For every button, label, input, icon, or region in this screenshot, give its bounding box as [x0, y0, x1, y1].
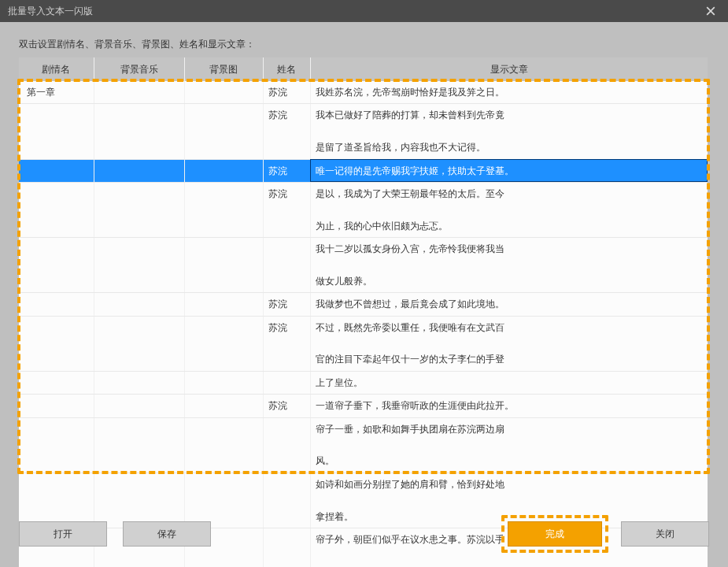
cell-bgimg[interactable] — [184, 81, 263, 104]
cell-music[interactable] — [94, 293, 184, 316]
close-button[interactable]: 关闭 — [621, 521, 709, 547]
cell-music[interactable] — [94, 238, 184, 293]
cell-role[interactable] — [263, 371, 310, 394]
dialog-body: 双击设置剧情名、背景音乐、背景图、姓名和显示文章： 剧情名 背景音乐 背景图 姓… — [0, 22, 728, 567]
table-row[interactable]: 苏浣是以，我成为了大荣王朝最年轻的太后。至今 为止，我的心中依旧颇为忐忑。 — [19, 182, 708, 237]
cell-article[interactable]: 帘子一垂，如歌和如舞手执团扇在苏浣两边扇 风。 — [310, 417, 708, 472]
table-row[interactable]: 苏浣一道帘子垂下，我垂帘听政的生涯便由此拉开。 — [19, 395, 708, 417]
cell-article[interactable]: 是以，我成为了大荣王朝最年轻的太后。至今 为止，我的心中依旧颇为忐忑。 — [310, 182, 708, 237]
cell-music[interactable] — [94, 417, 184, 472]
table-row[interactable]: 上了皇位。 — [19, 371, 708, 394]
cell-scene[interactable]: 第一章 — [19, 81, 94, 104]
cell-role[interactable]: 苏浣 — [263, 159, 310, 182]
cell-scene[interactable] — [19, 293, 94, 316]
cell-music[interactable] — [94, 316, 184, 371]
cell-bgimg[interactable] — [184, 238, 263, 293]
cell-music[interactable] — [94, 182, 184, 237]
cell-scene[interactable] — [19, 417, 94, 472]
cell-role[interactable]: 苏浣 — [263, 293, 310, 316]
table-row[interactable]: 苏浣我做梦也不曾想过，最后竟会成了如此境地。 — [19, 293, 708, 316]
table-row[interactable]: 苏浣唯一记得的是先帝赐我字扶姬，扶助太子登基。 — [19, 159, 708, 182]
cell-role[interactable]: 苏浣 — [263, 395, 310, 417]
cell-bgimg[interactable] — [184, 104, 263, 159]
col-header-article[interactable]: 显示文章 — [310, 57, 708, 81]
cell-scene[interactable] — [19, 104, 94, 159]
cell-scene[interactable] — [19, 371, 94, 394]
col-header-role[interactable]: 姓名 — [263, 57, 310, 81]
col-header-music[interactable]: 背景音乐 — [94, 57, 184, 81]
instruction-text: 双击设置剧情名、背景音乐、背景图、姓名和显示文章： — [19, 38, 709, 51]
open-button[interactable]: 打开 — [19, 521, 107, 547]
footer: 打开 保存 完成 关闭 — [0, 512, 728, 567]
cell-article[interactable]: 我姓苏名浣，先帝驾崩时恰好是我及笄之日。 — [310, 81, 708, 104]
import-table[interactable]: 剧情名 背景音乐 背景图 姓名 显示文章 第一章苏浣我姓苏名浣，先帝驾崩时恰好是… — [19, 57, 708, 567]
cell-scene[interactable] — [19, 395, 94, 417]
table-row[interactable]: 我十二岁以孤女身份入宫，先帝怜我便将我当 做女儿般养。 — [19, 238, 708, 293]
window-title: 批量导入文本一闪版 — [8, 5, 93, 18]
cell-role[interactable]: 苏浣 — [263, 104, 310, 159]
cell-article[interactable]: 唯一记得的是先帝赐我字扶姬，扶助太子登基。 — [310, 159, 708, 182]
cell-article[interactable]: 不过，既然先帝委以重任，我便唯有在文武百 官的注目下牵起年仅十一岁的太子李仁的手… — [310, 316, 708, 371]
cell-music[interactable] — [94, 104, 184, 159]
cell-article[interactable]: 上了皇位。 — [310, 371, 708, 394]
table-row[interactable]: 帘子一垂，如歌和如舞手执团扇在苏浣两边扇 风。 — [19, 417, 708, 472]
cell-scene[interactable] — [19, 182, 94, 237]
cell-role[interactable] — [263, 417, 310, 472]
cell-music[interactable] — [94, 371, 184, 394]
cell-bgimg[interactable] — [184, 316, 263, 371]
cell-article[interactable]: 我本已做好了陪葬的打算，却未曾料到先帝竟 是留了道圣旨给我，内容我也不大记得。 — [310, 104, 708, 159]
titlebar: 批量导入文本一闪版 — [0, 0, 728, 22]
col-header-bgimg[interactable]: 背景图 — [184, 57, 263, 81]
cell-bgimg[interactable] — [184, 159, 263, 182]
cell-bgimg[interactable] — [184, 395, 263, 417]
table-row[interactable]: 第一章苏浣我姓苏名浣，先帝驾崩时恰好是我及笄之日。 — [19, 81, 708, 104]
cell-article[interactable]: 一道帘子垂下，我垂帘听政的生涯便由此拉开。 — [310, 395, 708, 417]
close-icon[interactable] — [700, 0, 722, 22]
cell-bgimg[interactable] — [184, 182, 263, 237]
table-container: 剧情名 背景音乐 背景图 姓名 显示文章 第一章苏浣我姓苏名浣，先帝驾崩时恰好是… — [19, 57, 708, 567]
table-row[interactable]: 苏浣我本已做好了陪葬的打算，却未曾料到先帝竟 是留了道圣旨给我，内容我也不大记得… — [19, 104, 708, 159]
cell-bgimg[interactable] — [184, 371, 263, 394]
col-header-scene[interactable]: 剧情名 — [19, 57, 94, 81]
cell-bgimg[interactable] — [184, 293, 263, 316]
cell-music[interactable] — [94, 81, 184, 104]
cell-role[interactable]: 苏浣 — [263, 316, 310, 371]
cell-bgimg[interactable] — [184, 417, 263, 472]
cell-role[interactable]: 苏浣 — [263, 182, 310, 237]
cell-scene[interactable] — [19, 159, 94, 182]
cell-scene[interactable] — [19, 238, 94, 293]
cell-music[interactable] — [94, 395, 184, 417]
table-header-row: 剧情名 背景音乐 背景图 姓名 显示文章 — [19, 57, 708, 81]
cell-role[interactable]: 苏浣 — [263, 81, 310, 104]
cell-article[interactable]: 我十二岁以孤女身份入宫，先帝怜我便将我当 做女儿般养。 — [310, 238, 708, 293]
cell-role[interactable] — [263, 238, 310, 293]
table-row[interactable]: 苏浣不过，既然先帝委以重任，我便唯有在文武百 官的注目下牵起年仅十一岁的太子李仁… — [19, 316, 708, 371]
cell-scene[interactable] — [19, 316, 94, 371]
cell-music[interactable] — [94, 159, 184, 182]
done-button[interactable]: 完成 — [508, 521, 602, 547]
save-button[interactable]: 保存 — [123, 521, 211, 547]
cell-article[interactable]: 我做梦也不曾想过，最后竟会成了如此境地。 — [310, 293, 708, 316]
